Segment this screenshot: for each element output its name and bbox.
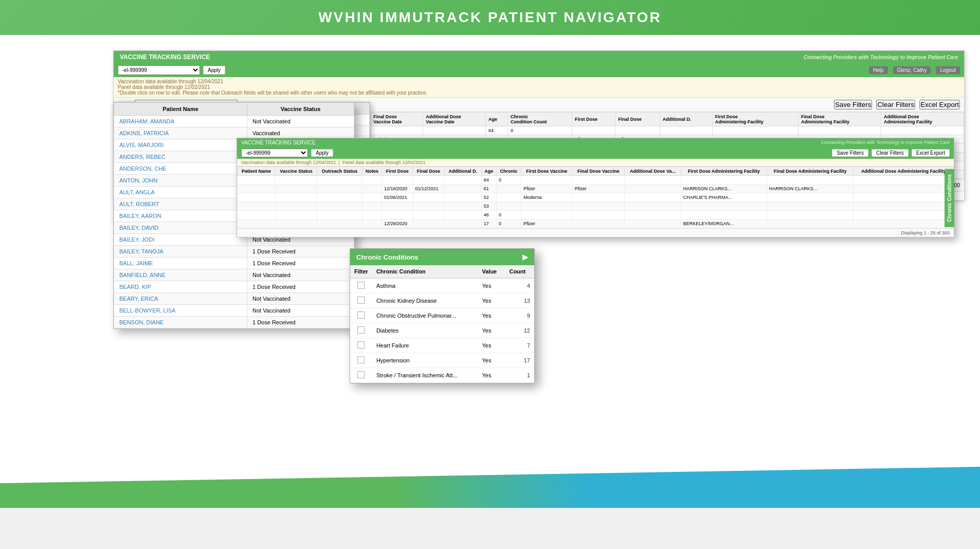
chronic-checkbox[interactable] — [357, 297, 365, 304]
d-col-name: Patient Name — [238, 167, 276, 176]
d-col-fnd: Final Dose — [413, 167, 444, 176]
cell-final-fac — [798, 126, 881, 135]
patient-name-cell: ANDERS, REBEC — [114, 151, 247, 163]
patient-name-cell: BELL-BOWYER, LISA — [114, 305, 247, 317]
detail-save-btn[interactable]: Save Filters — [832, 149, 868, 157]
d-col-chronic: Chronic — [496, 167, 521, 176]
cell-first-fac — [712, 126, 798, 135]
chronic-checkbox[interactable] — [357, 356, 365, 363]
d-col-fndv: Final Dose Vaccine — [572, 167, 624, 176]
chronic-value: Yes — [478, 353, 505, 368]
chronic-checkbox[interactable] — [357, 312, 365, 319]
chronic-condition-name: Stroke / Transient Ischemic Att... — [372, 368, 478, 383]
chronic-count: 13 — [505, 294, 534, 308]
info-line-2: Panel data available through 12/02/2021 — [118, 84, 960, 90]
panel-back-header: VACCINE TRACKING SERVICE Connecting Prov… — [114, 51, 964, 63]
chronic-count: 9 — [505, 308, 534, 323]
detail-apply-btn[interactable]: Apply — [311, 149, 333, 157]
list-item: BENSON, DIANE 1 Dose Received — [114, 317, 354, 328]
chronic-condition-name: Heart Failure — [372, 338, 478, 353]
chronic-checkbox[interactable] — [357, 282, 365, 289]
col-final-fac: Final DoseAdministering Facility — [798, 113, 881, 126]
chronic-checkbox-cell[interactable] — [350, 323, 372, 338]
d-col-notes: Notes — [362, 167, 382, 176]
cell-final-dose — [371, 126, 423, 135]
detail-data-table: Patient Name Vaccine Status Outreach Sta… — [237, 167, 954, 228]
user-button[interactable]: Glenz, Cathy — [893, 66, 931, 74]
d-col-addv: Additional Dose Va... — [625, 167, 681, 176]
panel-toolbar: -el-999999 Apply Help Glenz, Cathy Logou… — [114, 63, 964, 77]
col-chronic: ChronicCondition Count — [508, 113, 572, 126]
detail-table-panel: VACCINE TRACKING SERVICE Connecting Prov… — [237, 138, 954, 237]
cc-col-condition: Chronic Condition — [372, 265, 478, 278]
patient-name-cell: ANDERSON, CHE — [114, 163, 247, 175]
front-col-status: Vaccine Status — [247, 103, 354, 116]
chronic-checkbox[interactable] — [357, 341, 365, 349]
cell-chronic: 0 — [508, 126, 572, 135]
patient-name-cell: BEARY, ERICA — [114, 293, 247, 305]
table-row: 53 — [238, 202, 954, 211]
patient-name-cell: ABRAHAM, AMANDA — [114, 116, 247, 127]
cell-age: 64 — [486, 126, 508, 135]
chronic-checkbox[interactable] — [357, 326, 365, 334]
chronic-condition-row: Chronic Kidney Disease Yes 13 — [350, 294, 534, 308]
bottom-decorative-bar — [0, 467, 980, 508]
table-row: 12/29/2020 17 0 Pfizer BERKELEY/MORGAN..… — [238, 219, 954, 228]
col-final-dose-date: Final DoseVaccine Date — [371, 113, 423, 126]
chronic-checkbox-cell[interactable] — [350, 338, 372, 353]
list-item: BEARD, KIP 1 Dose Received — [114, 281, 354, 293]
apply-button[interactable]: Apply — [203, 66, 225, 75]
save-filters-button[interactable]: Save Filters — [834, 100, 872, 109]
facility-select[interactable]: -el-999999 — [118, 65, 200, 75]
detail-footer: Displaying 1 - 25 of 300 — [237, 228, 954, 237]
chronic-condition-name: Chronic Kidney Disease — [372, 294, 478, 308]
chronic-condition-row: Hypertension Yes 17 — [350, 353, 534, 368]
patient-name-cell: BANFIELD, ANNE — [114, 269, 247, 281]
patient-status-cell: 1 Dose Received — [247, 317, 354, 328]
col-add-fac: Additional DoseAdministering Facility — [881, 113, 964, 126]
d-col-fdfac: First Dose Administering Facility — [681, 167, 767, 176]
chronic-checkbox-cell[interactable] — [350, 353, 372, 368]
chronic-checkbox-cell[interactable] — [350, 294, 372, 308]
chronic-count: 12 — [505, 323, 534, 338]
detail-select[interactable]: -el-999999 — [241, 149, 308, 157]
patient-name-cell: ANTON, JOHN — [114, 175, 247, 187]
chronic-checkbox-cell[interactable] — [350, 278, 372, 294]
chronic-conditions-tab[interactable]: Chronic Conditions — [945, 169, 954, 227]
chronic-checkbox-cell[interactable] — [350, 308, 372, 323]
help-button[interactable]: Help — [869, 66, 888, 74]
chronic-checkbox-cell[interactable] — [350, 368, 372, 383]
list-item: ABRAHAM, AMANDA Not Vaccinated — [114, 116, 354, 127]
clear-filters-button[interactable]: Clear Filters — [876, 100, 915, 109]
panel-info: Vaccination data available through 12/04… — [114, 77, 964, 98]
list-item: BANFIELD, ANNE Not Vaccinated — [114, 269, 354, 281]
chronic-value: Yes — [478, 278, 505, 294]
patient-status-cell: 1 Dose Received — [247, 258, 354, 269]
logout-button[interactable]: Logout — [936, 66, 960, 74]
chronic-value: Yes — [478, 338, 505, 353]
patient-name-cell: BAILEY, TANOJA — [114, 246, 247, 258]
chronic-condition-row: Asthma Yes 4 — [350, 278, 534, 294]
list-item: BALL, JAIME 1 Dose Received — [114, 258, 354, 269]
chronic-count: 1 — [505, 368, 534, 383]
col-additional-d: Additional D. — [660, 113, 712, 126]
chronic-conditions-popup: Chronic Conditions ▶ Filter Chronic Cond… — [350, 248, 535, 383]
patient-name-cell: BAILEY, JODI — [114, 234, 247, 246]
col-first-fac: First DoseAdministering Facility — [712, 113, 798, 126]
app-header: WVHIN IMMUTRACK PATIENT NAVIGATOR — [0, 0, 980, 35]
chronic-title: Chronic Conditions — [356, 253, 419, 261]
chronic-checkbox[interactable] — [357, 371, 365, 378]
patient-name-cell: BAILEY, AARON — [114, 210, 247, 222]
info-line-3: *Double click on row to edit. Please not… — [118, 90, 960, 96]
patient-name-cell: AULT, ANGLA — [114, 187, 247, 198]
chronic-condition-name: Hypertension — [372, 353, 478, 368]
cell-add-fac — [881, 126, 964, 135]
d-col-outreach: Outreach Status — [317, 167, 362, 176]
cc-col-count: Count — [505, 265, 534, 278]
detail-excel-btn[interactable]: Excel Export — [912, 149, 950, 157]
excel-export-button[interactable]: Excel Export — [919, 100, 960, 109]
d-col-vax: Vaccine Status — [275, 167, 317, 176]
cc-col-filter: Filter — [350, 265, 372, 278]
patient-status-cell: Not Vaccinated — [247, 293, 354, 305]
detail-clear-btn[interactable]: Clear Filters — [872, 149, 909, 157]
